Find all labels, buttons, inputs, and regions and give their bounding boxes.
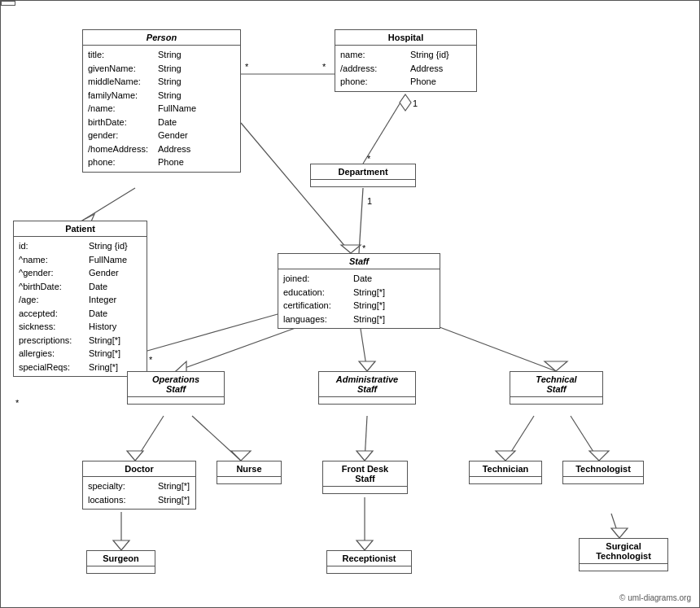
attr-row: prescriptions:String[*]: [19, 334, 142, 348]
attr-type: String[*]: [158, 493, 190, 507]
attr-name: allergies:: [19, 347, 84, 361]
attr-type: String[*]: [89, 334, 120, 348]
attr-name: /name:: [88, 102, 153, 116]
uml-box-technician: Technician: [469, 461, 542, 484]
attr-type: Phone: [410, 75, 436, 89]
diagram-container: * * 1 * 1 * *: [0, 0, 700, 608]
attr-type: String: [158, 75, 182, 89]
attr-type: String[*]: [89, 347, 120, 361]
uml-box-doctor: Doctorspecialty:String[*]locations:Strin…: [82, 461, 196, 510]
svg-line-30: [571, 416, 599, 461]
attr-type: Date: [158, 116, 177, 129]
attr-name: locations:: [88, 493, 153, 507]
attr-row: languages:String[*]: [283, 313, 435, 326]
attr-row: /homeAddress:Address: [88, 142, 235, 156]
attr-type: Date: [353, 272, 372, 286]
attr-name: /address:: [340, 62, 405, 76]
svg-line-26: [365, 416, 367, 461]
patient-header: Patient: [14, 221, 147, 237]
attr-row: title:String: [88, 48, 235, 62]
nurse-body: [217, 477, 281, 483]
svg-line-7: [359, 188, 363, 253]
person-header: Person: [83, 30, 240, 46]
svg-marker-4: [400, 94, 411, 111]
attr-name: gender:: [88, 129, 153, 142]
uml-box-surgical_technologist: SurgicalTechnologist: [579, 538, 668, 571]
attr-row: /address:Address: [340, 62, 471, 76]
attr-row: ^name:FullName: [19, 253, 142, 267]
attr-row: id:String {id}: [19, 239, 142, 253]
svg-line-28: [505, 416, 534, 461]
svg-marker-35: [357, 540, 373, 550]
uml-box-front_desk: Front DeskStaff: [322, 461, 408, 494]
svg-line-3: [363, 94, 405, 164]
department-body: [311, 180, 415, 186]
technician-header: Technician: [470, 461, 541, 477]
svg-line-10: [82, 188, 135, 221]
attr-row: specialReqs:Sring[*]: [19, 361, 142, 374]
front_desk-body: [323, 487, 407, 493]
doctor-body: specialty:String[*]locations:String[*]: [83, 477, 195, 509]
attr-type: Address: [158, 142, 190, 156]
surgical_technologist-body: [580, 564, 667, 571]
svg-marker-25: [231, 451, 251, 461]
technologist-body: [563, 477, 643, 483]
receptionist-body: [327, 566, 411, 573]
attr-type: String {id}: [89, 239, 128, 253]
svg-text:*: *: [367, 154, 371, 164]
attr-row: familyName:String: [88, 89, 235, 103]
attr-name: ^name:: [19, 253, 84, 267]
attr-row: specialty:String[*]: [88, 479, 190, 493]
hospital-header: Hospital: [335, 30, 476, 46]
operations_staff-body: [128, 397, 224, 404]
svg-text:1: 1: [413, 98, 418, 108]
attr-type: FullName: [158, 102, 196, 116]
copyright-label: © uml-diagrams.org: [619, 593, 691, 602]
svg-text:*: *: [362, 243, 366, 253]
attr-type: Phone: [158, 155, 184, 169]
svg-line-22: [135, 416, 164, 461]
technical_staff-body: [510, 397, 602, 404]
attr-name: languages:: [283, 313, 348, 326]
attr-name: certification:: [283, 299, 348, 313]
attr-name: phone:: [88, 155, 153, 169]
attr-name: sickness:: [19, 320, 84, 334]
attr-row: name:String {id}: [340, 48, 471, 62]
operations_staff-header: OperationsStaff: [128, 372, 224, 397]
uml-box-department: Department: [310, 164, 416, 187]
attr-row: ^birthDate:Date: [19, 280, 142, 294]
staff-header: Staff: [278, 254, 440, 269]
uml-box-technologist: Technologist: [562, 461, 644, 484]
attr-row: gender:Gender: [88, 129, 235, 142]
attr-type: Date: [89, 307, 107, 321]
svg-marker-23: [127, 451, 143, 461]
attr-type: String[*]: [353, 299, 385, 313]
attr-row: locations:String[*]: [88, 493, 190, 507]
attr-row: /age:Integer: [19, 293, 142, 307]
surgeon-body: [87, 566, 155, 573]
attr-row: middleName:String: [88, 75, 235, 89]
attr-type: String: [158, 48, 182, 62]
attr-row: /name:FullName: [88, 102, 235, 116]
attr-name: specialReqs:: [19, 361, 84, 374]
uml-box-admin_staff: AdministrativeStaff: [318, 371, 416, 405]
svg-text:*: *: [245, 62, 249, 72]
svg-line-12: [241, 123, 351, 253]
attr-row: birthDate:Date: [88, 116, 235, 129]
uml-box-staff: Staffjoined:Dateeducation:String[*]certi…: [278, 253, 440, 329]
attr-type: Integer: [89, 293, 116, 307]
svg-line-24: [192, 416, 241, 461]
uml-box-operations_staff: OperationsStaff: [127, 371, 225, 405]
attr-name: givenName:: [88, 62, 153, 76]
uml-box-patient: Patientid:String {id}^name:FullName^gend…: [13, 221, 147, 377]
attr-type: String[*]: [353, 286, 385, 300]
attr-type: Gender: [89, 266, 119, 280]
surgeon-header: Surgeon: [87, 551, 155, 566]
attr-name: id:: [19, 239, 84, 253]
attr-type: Address: [410, 62, 443, 76]
technical_staff-header: TechnicalStaff: [510, 372, 602, 397]
attr-row: sickness:History: [19, 320, 142, 334]
svg-line-36: [611, 514, 619, 538]
attr-name: title:: [88, 48, 153, 62]
attr-name: middleName:: [88, 75, 153, 89]
